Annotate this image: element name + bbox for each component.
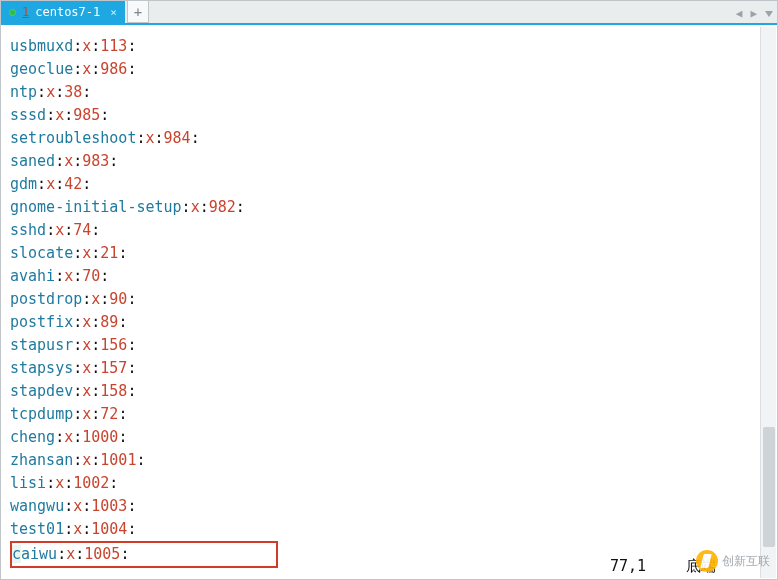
group-line: ntp:x:38: xyxy=(10,81,770,104)
scrollbar[interactable] xyxy=(760,27,776,578)
group-line: stapusr:x:156: xyxy=(10,334,770,357)
group-line: slocate:x:21: xyxy=(10,242,770,265)
group-line: usbmuxd:x:113: xyxy=(10,35,770,58)
tab-title: centos7-1 xyxy=(35,5,100,19)
status-bar: 77,1 底端 xyxy=(10,557,756,576)
group-line: stapsys:x:157: xyxy=(10,357,770,380)
group-line: postdrop:x:90: xyxy=(10,288,770,311)
tab-menu-icon[interactable] xyxy=(765,7,773,20)
terminal-pane[interactable]: usbmuxd:x:113:geoclue:x:986:ntp:x:38:sss… xyxy=(2,27,776,578)
group-line: tcpdump:x:72: xyxy=(10,403,770,426)
group-line: avahi:x:70: xyxy=(10,265,770,288)
group-line: stapdev:x:158: xyxy=(10,380,770,403)
tab-nav: ◀ ▶ xyxy=(736,1,773,25)
group-line: setroubleshoot:x:984: xyxy=(10,127,770,150)
group-line: postfix:x:89: xyxy=(10,311,770,334)
scroll-status: 底端 xyxy=(686,557,716,576)
terminal-content[interactable]: usbmuxd:x:113:geoclue:x:986:ntp:x:38:sss… xyxy=(2,27,776,570)
close-icon[interactable]: × xyxy=(110,6,117,19)
group-line: wangwu:x:1003: xyxy=(10,495,770,518)
group-line: sssd:x:985: xyxy=(10,104,770,127)
group-line: test01:x:1004: xyxy=(10,518,770,541)
group-line: gdm:x:42: xyxy=(10,173,770,196)
app-window: 1 centos7-1 × + ◀ ▶ usbmuxd:x:113:geoclu… xyxy=(0,0,778,580)
group-line: geoclue:x:986: xyxy=(10,58,770,81)
group-line: cheng:x:1000: xyxy=(10,426,770,449)
group-line: zhansan:x:1001: xyxy=(10,449,770,472)
tab-bar: 1 centos7-1 × + ◀ ▶ xyxy=(1,1,777,25)
group-line: sshd:x:74: xyxy=(10,219,770,242)
tab-active[interactable]: 1 centos7-1 × xyxy=(1,1,125,23)
new-tab-button[interactable]: + xyxy=(127,1,149,23)
tab-next-icon[interactable]: ▶ xyxy=(750,7,757,20)
group-line: saned:x:983: xyxy=(10,150,770,173)
cursor-position: 77,1 xyxy=(610,557,646,576)
tab-index: 1 xyxy=(22,5,29,19)
scrollbar-thumb[interactable] xyxy=(763,427,775,547)
status-dot-icon xyxy=(9,9,16,16)
group-line: lisi:x:1002: xyxy=(10,472,770,495)
group-line: gnome-initial-setup:x:982: xyxy=(10,196,770,219)
tab-prev-icon[interactable]: ◀ xyxy=(736,7,743,20)
